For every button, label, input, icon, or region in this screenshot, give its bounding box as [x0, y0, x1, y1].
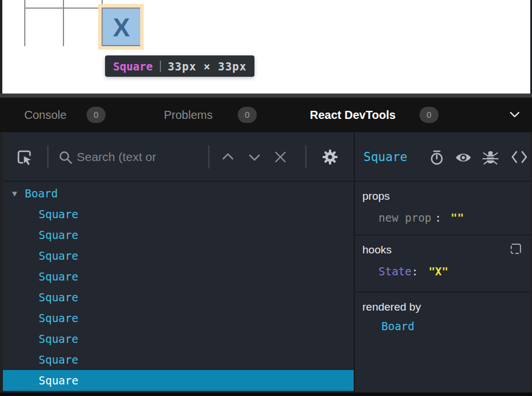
rendered-by-section: rendered by Board — [355, 293, 530, 379]
search-icon — [58, 150, 73, 165]
component-inspector-panel: Square — [355, 132, 530, 393]
parse-hook-names-icon[interactable] — [511, 244, 521, 254]
react-devtools-count-badge: 0 — [419, 107, 439, 123]
board-square[interactable] — [102, 0, 140, 8]
react-devtools-panel: ▼ Board Square Square Square Square Squa… — [0, 132, 532, 393]
toolbar-divider — [47, 145, 48, 169]
inspected-page: X Square 33px × 33px — [2, 0, 530, 94]
tree-row[interactable]: Square — [3, 225, 354, 245]
search-input[interactable] — [77, 145, 205, 169]
inspect-dom-eye-icon[interactable] — [455, 150, 472, 166]
component-tree: ▼ Board Square Square Square Square Squa… — [3, 183, 354, 391]
tree-row-label: Board — [25, 187, 58, 200]
rendered-by-owner-link[interactable]: Board — [381, 320, 414, 333]
props-section: props new prop:"" — [355, 182, 530, 236]
components-tree-panel: ▼ Board Square Square Square Square Squa… — [3, 132, 354, 393]
console-count-badge: 0 — [87, 107, 106, 123]
expand-triangle-icon[interactable]: ▼ — [12, 189, 25, 198]
board-square[interactable] — [63, 8, 102, 46]
tree-row-label: Square — [39, 208, 78, 221]
tree-toolbar — [3, 132, 354, 182]
props-new-prop-row: new prop:"" — [362, 211, 530, 224]
view-source-icon[interactable] — [511, 150, 528, 165]
inspector-header: Square — [355, 132, 530, 182]
problems-count-badge: 0 — [238, 107, 257, 123]
board-square[interactable] — [24, 0, 63, 8]
hooks-section-label: hooks — [362, 244, 530, 256]
tree-row-selected[interactable]: Square — [3, 370, 354, 391]
inspect-element-icon[interactable] — [16, 148, 34, 167]
tree-row-board[interactable]: ▼ Board — [3, 183, 354, 204]
tree-row[interactable]: Square — [3, 266, 354, 287]
inspect-tooltip: Square 33px × 33px — [105, 55, 254, 77]
hooks-section: hooks State:"X" — [355, 236, 530, 293]
tree-row-label: Square — [39, 374, 78, 387]
hook-state-value[interactable]: "X" — [429, 265, 448, 278]
debug-bug-icon[interactable] — [482, 150, 499, 166]
devtools-tab-bar: Console 0 Problems 0 React DevTools 0 — [0, 98, 532, 132]
previous-result-icon[interactable] — [221, 152, 235, 161]
suspense-timer-icon[interactable] — [429, 150, 445, 166]
tooltip-component-name: Square — [113, 60, 153, 73]
tree-row[interactable]: Square — [3, 245, 354, 266]
rendered-by-label: rendered by — [362, 301, 530, 313]
tree-row-label: Square — [39, 229, 78, 241]
devtools-resizer-handle[interactable] — [0, 94, 532, 98]
key-value-colon: : — [435, 211, 441, 224]
tree-row-label: Square — [39, 312, 78, 324]
tictactoe-board: X — [24, 0, 140, 46]
clear-search-icon[interactable] — [273, 150, 288, 165]
tree-row[interactable]: Square — [3, 204, 354, 225]
tree-row[interactable]: Square — [3, 328, 354, 349]
tooltip-dimensions: 33px × 33px — [168, 60, 247, 73]
tree-row[interactable]: Square — [3, 287, 354, 308]
tree-row-label: Square — [39, 333, 78, 345]
tree-row[interactable]: Square — [3, 349, 354, 370]
tab-console[interactable]: Console — [24, 98, 66, 132]
toolbar-divider — [305, 145, 306, 169]
tree-row-label: Square — [39, 353, 78, 366]
toolbar-divider — [208, 145, 209, 169]
next-result-icon[interactable] — [248, 153, 261, 162]
tree-row[interactable]: Square — [3, 308, 354, 328]
hooks-state-row: State:"X" — [362, 265, 530, 278]
settings-gear-icon[interactable] — [320, 147, 340, 167]
chevron-down-icon[interactable] — [509, 111, 520, 119]
tab-problems[interactable]: Problems — [164, 98, 212, 132]
key-value-colon: : — [411, 265, 418, 278]
selected-component-title: Square — [364, 132, 407, 182]
devtools-window: X Square 33px × 33px Console 0 Problems … — [0, 0, 532, 396]
tree-row-label: Square — [39, 249, 78, 262]
rendered-by-row: Board — [362, 320, 530, 333]
new-prop-key-input[interactable]: new prop — [379, 211, 432, 224]
tab-react-devtools[interactable]: React DevTools — [310, 98, 396, 132]
tree-row-label: Square — [39, 270, 78, 283]
new-prop-value-input[interactable]: "" — [451, 211, 464, 224]
tooltip-separator — [160, 61, 161, 72]
window-bottom-edge — [0, 393, 532, 396]
hook-name: State — [379, 265, 411, 278]
board-square[interactable] — [63, 0, 102, 8]
board-square-highlighted[interactable]: X — [102, 8, 140, 46]
props-section-label: props — [362, 190, 530, 203]
tree-row-label: Square — [39, 291, 78, 304]
board-square[interactable] — [24, 8, 63, 46]
